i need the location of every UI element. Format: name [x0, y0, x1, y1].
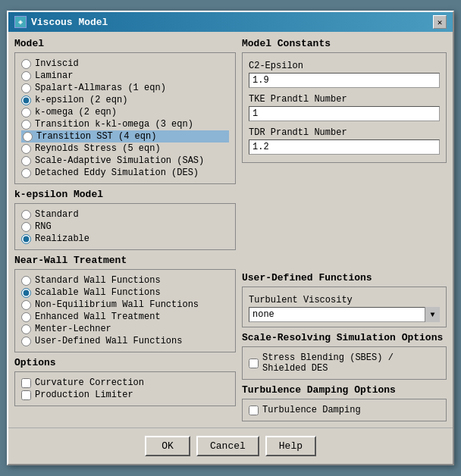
- nearwall-scalable[interactable]: Scalable Wall Functions: [21, 287, 229, 299]
- model-label-transition-kl: Transition k-kl-omega (3 eqn): [35, 119, 193, 130]
- udf-dropdown-container: none ▼: [249, 307, 440, 322]
- kepsilon-label-rng: RNG: [35, 221, 52, 232]
- model-radio-inviscid[interactable]: [21, 59, 31, 69]
- title-bar: ◈ Viscous Model ✕: [8, 12, 453, 32]
- kepsilon-rng[interactable]: RNG: [21, 221, 229, 233]
- nearwall-enhanced[interactable]: Enhanced Wall Treatment: [21, 311, 229, 323]
- model-option-transition-kl[interactable]: Transition k-kl-omega (3 eqn): [21, 118, 229, 130]
- nearwall-label-udf: User-Defined Wall Functions: [35, 336, 182, 346]
- help-button[interactable]: Help: [265, 436, 316, 456]
- nearwall-radio-enhanced[interactable]: [21, 312, 31, 322]
- model-label-transition-sst: Transition SST (4 eqn): [36, 131, 156, 142]
- model-option-inviscid[interactable]: Inviscid: [21, 58, 229, 70]
- model-section: Model Inviscid Laminar Spalart-Allmaras …: [14, 38, 236, 184]
- model-option-reynolds[interactable]: Reynolds Stress (5 eqn): [21, 142, 229, 155]
- checkbox-production-limiter[interactable]: [21, 390, 31, 400]
- checkbox-turbulence-damping[interactable]: [249, 406, 259, 415]
- kepsilon-label-realizable: Realizable: [35, 233, 89, 244]
- scale-resolving-box: Stress Blending (SBES) / Shielded DES: [242, 346, 447, 380]
- kepsilon-section: k-epsilon Model Standard RNG Realizable: [14, 189, 236, 250]
- nearwall-section-label: Near-Wall Treatment: [14, 255, 236, 266]
- tdr-prandtl-input[interactable]: [249, 139, 440, 155]
- stress-blending-option[interactable]: Stress Blending (SBES) / Shielded DES: [249, 352, 440, 374]
- model-radio-laminar[interactable]: [21, 71, 31, 81]
- udf-field-label: Turbulent Viscosity: [249, 295, 440, 305]
- kepsilon-options-box: Standard RNG Realizable: [14, 203, 236, 250]
- model-radio-komega[interactable]: [21, 108, 31, 117]
- nearwall-label-scalable: Scalable Wall Functions: [35, 287, 161, 298]
- turbulence-damping-check-label: Turbulence Damping: [262, 405, 361, 415]
- model-option-laminar[interactable]: Laminar: [21, 70, 229, 82]
- udf-box: Turbulent Viscosity none ▼: [242, 287, 447, 327]
- nearwall-radio-scalable[interactable]: [21, 288, 31, 298]
- option-curvature[interactable]: Curvature Correction: [21, 377, 229, 389]
- option-production-limiter[interactable]: Production Limiter: [21, 389, 229, 401]
- c2-epsilon-label: C2-Epsilon: [249, 61, 440, 71]
- model-options-box: Inviscid Laminar Spalart-Allmaras (1 eqn…: [14, 52, 236, 184]
- nearwall-nonequil[interactable]: Non-Equilibrium Wall Functions: [21, 299, 229, 311]
- kepsilon-standard[interactable]: Standard: [21, 208, 229, 221]
- spacer: [242, 168, 447, 268]
- viscous-model-dialog: ◈ Viscous Model ✕ Model Inviscid Laminar: [7, 11, 454, 465]
- model-radio-spalart[interactable]: [21, 83, 31, 93]
- kepsilon-realizable[interactable]: Realizable: [21, 233, 229, 245]
- model-option-transition-sst[interactable]: Transition SST (4 eqn): [21, 130, 229, 142]
- options-box: Curvature Correction Production Limiter: [14, 371, 236, 406]
- stress-blending-label: Stress Blending (SBES) / Shielded DES: [262, 352, 440, 374]
- nearwall-menter[interactable]: Menter-Lechner: [21, 323, 229, 335]
- dialog-footer: OK Cancel Help: [8, 427, 453, 464]
- model-constants-box: C2-Epsilon TKE Prandtl Number TDR Prandt…: [242, 52, 447, 163]
- tke-prandtl-input[interactable]: [249, 106, 440, 121]
- c2-epsilon-input[interactable]: [249, 73, 440, 88]
- dialog-title: Viscous Model: [31, 17, 108, 28]
- title-bar-left: ◈ Viscous Model: [14, 16, 108, 28]
- turbulence-damping-section: Turbulence Damping Options Turbulence Da…: [242, 384, 447, 421]
- ok-button[interactable]: OK: [145, 436, 190, 456]
- nearwall-standard[interactable]: Standard Wall Functions: [21, 274, 229, 287]
- dialog-body: Model Inviscid Laminar Spalart-Allmaras …: [8, 32, 453, 427]
- options-section-label: Options: [14, 357, 236, 368]
- model-label-inviscid: Inviscid: [35, 58, 79, 69]
- nearwall-label-menter: Menter-Lechner: [35, 324, 111, 334]
- nearwall-options-box: Standard Wall Functions Scalable Wall Fu…: [14, 269, 236, 352]
- udf-dropdown[interactable]: none: [249, 307, 440, 322]
- kepsilon-radio-realizable[interactable]: [21, 234, 31, 244]
- model-radio-transition-sst[interactable]: [23, 132, 33, 142]
- udf-section: User-Defined Functions Turbulent Viscosi…: [242, 272, 447, 327]
- nearwall-radio-udf[interactable]: [21, 337, 31, 346]
- model-radio-reynolds[interactable]: [21, 144, 31, 154]
- nearwall-udf[interactable]: User-Defined Wall Functions: [21, 335, 229, 347]
- model-label-reynolds: Reynolds Stress (5 eqn): [35, 143, 161, 154]
- model-option-des[interactable]: Detached Eddy Simulation (DES): [21, 167, 229, 179]
- tdr-prandtl-label: TDR Prandtl Number: [249, 127, 440, 138]
- model-radio-des[interactable]: [21, 168, 31, 178]
- model-label-sas: Scale-Adaptive Simulation (SAS): [35, 155, 204, 166]
- turbulence-damping-box: Turbulence Damping: [242, 399, 447, 421]
- model-option-komega[interactable]: k-omega (2 eqn): [21, 106, 229, 118]
- nearwall-radio-standard[interactable]: [21, 276, 31, 286]
- label-curvature: Curvature Correction: [35, 377, 144, 388]
- model-label-spalart: Spalart-Allmaras (1 eqn): [35, 83, 166, 93]
- nearwall-label-enhanced: Enhanced Wall Treatment: [35, 312, 161, 322]
- model-option-spalart[interactable]: Spalart-Allmaras (1 eqn): [21, 82, 229, 94]
- nearwall-radio-menter[interactable]: [21, 324, 31, 334]
- model-option-kepsilon[interactable]: k-epsilon (2 eqn): [21, 94, 229, 106]
- turbulence-damping-option[interactable]: Turbulence Damping: [249, 404, 440, 416]
- scale-resolving-label: Scale-Resolving Simulation Options: [242, 332, 447, 343]
- model-radio-transition-kl[interactable]: [21, 120, 31, 130]
- scale-resolving-section: Scale-Resolving Simulation Options Stres…: [242, 332, 447, 380]
- nearwall-radio-nonequil[interactable]: [21, 300, 31, 310]
- nearwall-label-standard: Standard Wall Functions: [35, 275, 161, 286]
- model-label-komega: k-omega (2 eqn): [35, 107, 117, 117]
- model-radio-kepsilon[interactable]: [21, 96, 31, 105]
- model-option-sas[interactable]: Scale-Adaptive Simulation (SAS): [21, 155, 229, 167]
- kepsilon-radio-rng[interactable]: [21, 222, 31, 232]
- cancel-button[interactable]: Cancel: [196, 436, 259, 456]
- model-radio-sas[interactable]: [21, 156, 31, 166]
- left-panel: Model Inviscid Laminar Spalart-Allmaras …: [14, 38, 236, 421]
- close-button[interactable]: ✕: [433, 15, 447, 29]
- checkbox-stress-blending[interactable]: [249, 359, 259, 368]
- checkbox-curvature[interactable]: [21, 378, 31, 388]
- turbulence-damping-section-label: Turbulence Damping Options: [242, 384, 447, 396]
- kepsilon-radio-standard[interactable]: [21, 210, 31, 220]
